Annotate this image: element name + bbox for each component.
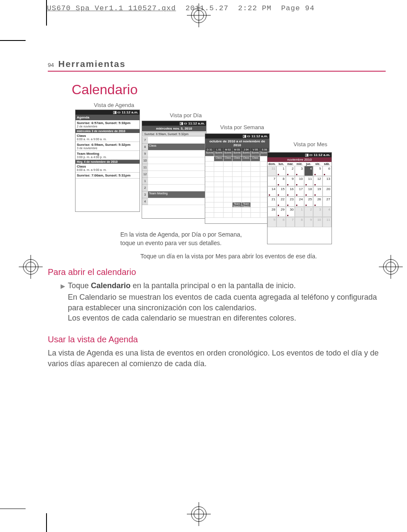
- crop-mark: [46, 0, 47, 26]
- para: En Calendario se muestran los eventos de…: [68, 292, 386, 313]
- agenda-header: Agenda: [76, 115, 140, 120]
- crop-mark: [0, 509, 26, 509]
- status-bar: ▯▮ ▭ 11:12 a.m.: [205, 134, 269, 139]
- triangle-bullet-icon: ▶: [61, 280, 65, 324]
- screenshot-cluster: Vista de Agenda Vista por Día Vista por …: [72, 102, 386, 255]
- day-sunrise: Sunrise: 6:59am, Sunset: 5:32pm: [142, 132, 206, 136]
- week-range: octubre de 2010 a el noviembre de 2010: [205, 139, 269, 148]
- registration-mark-icon: [189, 6, 208, 25]
- section-title: Herramientas: [58, 59, 125, 69]
- screenshot-day: ▯▮ ▭ 11:12 a.m. miércoles nov. 3, 2010 S…: [142, 121, 206, 219]
- status-bar: ▯▮ ▭ 11:12 a.m.: [142, 121, 206, 126]
- crop-mark: [46, 513, 47, 532]
- label-day-view: Vista por Día: [170, 112, 202, 119]
- label-month-view: Vista por Mes: [294, 141, 327, 147]
- screenshot-week: ▯▮ ▭ 11:12 a.m. octubre de 2010 a el nov…: [205, 133, 270, 224]
- heading-agenda-view: Usar la vista de Agenda: [48, 335, 386, 344]
- slug-time: 2:22 PM: [238, 4, 271, 12]
- screenshot-month: ▯▮ ▭ 11:12 a.m. noviembre 2010 dom.lun.m…: [267, 152, 332, 244]
- crop-mark: [0, 40, 26, 41]
- registration-mark-icon: [21, 257, 40, 276]
- label-week-view: Vista por Semana: [220, 124, 264, 130]
- para: Los eventos de cada calendario se muestr…: [68, 313, 386, 324]
- slug-file: US670_Spa_Ver1.1_110527.qxd: [47, 4, 176, 12]
- status-bar: ▯▮ ▭ 11:12 a.m.: [76, 110, 140, 115]
- para-agenda-view: La vista de Agenda es una lista de event…: [48, 348, 386, 369]
- screenshot-agenda: ▯▮ ▭ 11:12 a.m. Agenda Sunrise: 6:57am, …: [75, 110, 140, 212]
- page-title: Calendario: [72, 82, 386, 98]
- agenda-list: Sunrise: 6:57am, Sunset: 5:33pm2 de novi…: [76, 120, 140, 179]
- label-agenda-view: Vista de Agenda: [94, 102, 134, 108]
- page-number: 94: [48, 62, 54, 68]
- month-title: noviembre 2010: [267, 157, 331, 162]
- print-slug: US670_Spa_Ver1.1_110527.qxd 2011.5.27 2:…: [47, 4, 390, 12]
- heading-open-calendar: Para abrir el calendario: [48, 267, 386, 277]
- day-date: miércoles nov. 3, 2010: [142, 126, 206, 131]
- caption-agenda-day-week: En la vista de Agenda, por Día o por Sem…: [120, 231, 257, 247]
- status-bar: ▯▮ ▭ 11:12 a.m.: [267, 153, 331, 157]
- running-header: 94 Herramientas: [48, 59, 386, 72]
- bullet-open-calendar: ▶ Toque Calendario en la pantalla princi…: [61, 280, 386, 324]
- slug-page: Page 94: [281, 4, 314, 12]
